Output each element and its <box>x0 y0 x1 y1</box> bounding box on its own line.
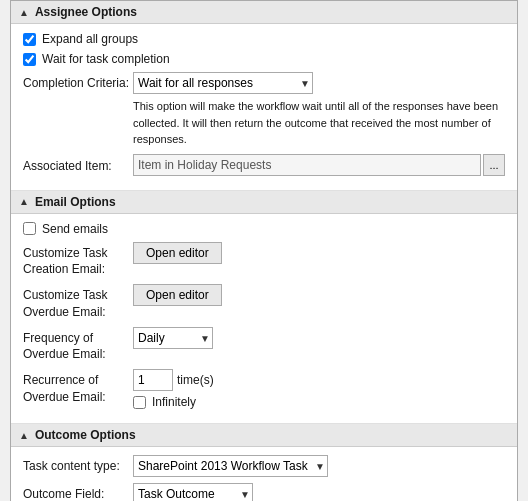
outcome-collapse-arrow[interactable]: ▲ <box>19 430 29 441</box>
frequency-label: Frequency of Overdue Email: <box>23 327 133 364</box>
wait-for-completion-checkbox[interactable] <box>23 53 36 66</box>
associated-item-control: ... <box>133 154 505 176</box>
frequency-select-wrapper[interactable]: Daily Weekly Monthly ▼ <box>133 327 213 349</box>
customize-creation-control: Open editor <box>133 242 505 264</box>
email-collapse-arrow[interactable]: ▲ <box>19 196 29 207</box>
frequency-row: Frequency of Overdue Email: Daily Weekly… <box>23 327 505 364</box>
times-label: time(s) <box>177 373 214 387</box>
expand-all-groups-row: Expand all groups <box>23 32 505 46</box>
wait-for-completion-row: Wait for task completion <box>23 52 505 66</box>
outcome-field-arrow-icon: ▼ <box>240 489 250 500</box>
email-options-content: Send emails Customize Task Creation Emai… <box>11 214 517 425</box>
frequency-control: Daily Weekly Monthly ▼ <box>133 327 505 349</box>
task-content-type-control: SharePoint 2013 Workflow Task ▼ <box>133 455 505 477</box>
associated-item-label: Associated Item: <box>23 155 133 175</box>
frequency-arrow-icon: ▼ <box>200 332 210 343</box>
assignee-options-header: ▲ Assignee Options <box>11 1 517 24</box>
outcome-options-title: Outcome Options <box>35 428 136 442</box>
customize-overdue-control: Open editor <box>133 284 505 306</box>
frequency-select[interactable]: Daily Weekly Monthly <box>134 328 201 348</box>
outcome-options-content: Task content type: SharePoint 2013 Workf… <box>11 447 517 501</box>
email-options-title: Email Options <box>35 195 116 209</box>
outcome-options-header: ▲ Outcome Options <box>11 424 517 447</box>
customize-creation-button[interactable]: Open editor <box>133 242 222 264</box>
recurrence-input[interactable] <box>133 369 173 391</box>
customize-overdue-button[interactable]: Open editor <box>133 284 222 306</box>
recurrence-input-row: time(s) <box>133 369 505 391</box>
main-panel: ▲ Assignee Options Expand all groups Wai… <box>10 0 518 501</box>
assignee-options-content: Expand all groups Wait for task completi… <box>11 24 517 191</box>
outcome-field-row: Outcome Field: Task Outcome ▼ <box>23 483 505 501</box>
recurrence-row: Recurrence of Overdue Email: time(s) Inf… <box>23 369 505 409</box>
email-options-header: ▲ Email Options <box>11 191 517 214</box>
task-content-type-label: Task content type: <box>23 455 133 475</box>
completion-criteria-select-wrapper[interactable]: Wait for all responses Wait for first re… <box>133 72 313 94</box>
outcome-field-label: Outcome Field: <box>23 483 133 501</box>
customize-overdue-label: Customize Task Overdue Email: <box>23 284 133 321</box>
send-emails-checkbox[interactable] <box>23 222 36 235</box>
infinitely-label: Infinitely <box>152 395 196 409</box>
send-emails-label: Send emails <box>42 222 108 236</box>
recurrence-control: time(s) Infinitely <box>133 369 505 409</box>
wait-for-completion-label: Wait for task completion <box>42 52 170 66</box>
associated-item-row: Associated Item: ... <box>23 154 505 176</box>
associated-item-input[interactable] <box>133 154 481 176</box>
infinitely-row: Infinitely <box>133 395 505 409</box>
completion-criteria-info: This option will make the workflow wait … <box>133 98 505 148</box>
completion-criteria-arrow-icon: ▼ <box>300 78 310 89</box>
expand-all-groups-checkbox[interactable] <box>23 33 36 46</box>
completion-criteria-label: Completion Criteria: <box>23 72 133 92</box>
associated-item-browse-button[interactable]: ... <box>483 154 505 176</box>
task-content-type-select-wrapper[interactable]: SharePoint 2013 Workflow Task ▼ <box>133 455 328 477</box>
recurrence-label: Recurrence of Overdue Email: <box>23 369 133 406</box>
completion-criteria-row: Completion Criteria: Wait for all respon… <box>23 72 505 148</box>
completion-criteria-select[interactable]: Wait for all responses Wait for first re… <box>134 73 275 93</box>
customize-creation-row: Customize Task Creation Email: Open edit… <box>23 242 505 279</box>
outcome-field-control: Task Outcome ▼ <box>133 483 505 501</box>
send-emails-row: Send emails <box>23 222 505 236</box>
outcome-field-select[interactable]: Task Outcome <box>134 484 235 501</box>
expand-all-groups-label: Expand all groups <box>42 32 138 46</box>
task-content-type-row: Task content type: SharePoint 2013 Workf… <box>23 455 505 477</box>
assignee-options-title: Assignee Options <box>35 5 137 19</box>
assignee-collapse-arrow[interactable]: ▲ <box>19 7 29 18</box>
customize-creation-label: Customize Task Creation Email: <box>23 242 133 279</box>
completion-criteria-control: Wait for all responses Wait for first re… <box>133 72 505 148</box>
task-content-type-select[interactable]: SharePoint 2013 Workflow Task <box>134 456 328 476</box>
outcome-field-select-wrapper[interactable]: Task Outcome ▼ <box>133 483 253 501</box>
customize-overdue-row: Customize Task Overdue Email: Open edito… <box>23 284 505 321</box>
infinitely-checkbox[interactable] <box>133 396 146 409</box>
